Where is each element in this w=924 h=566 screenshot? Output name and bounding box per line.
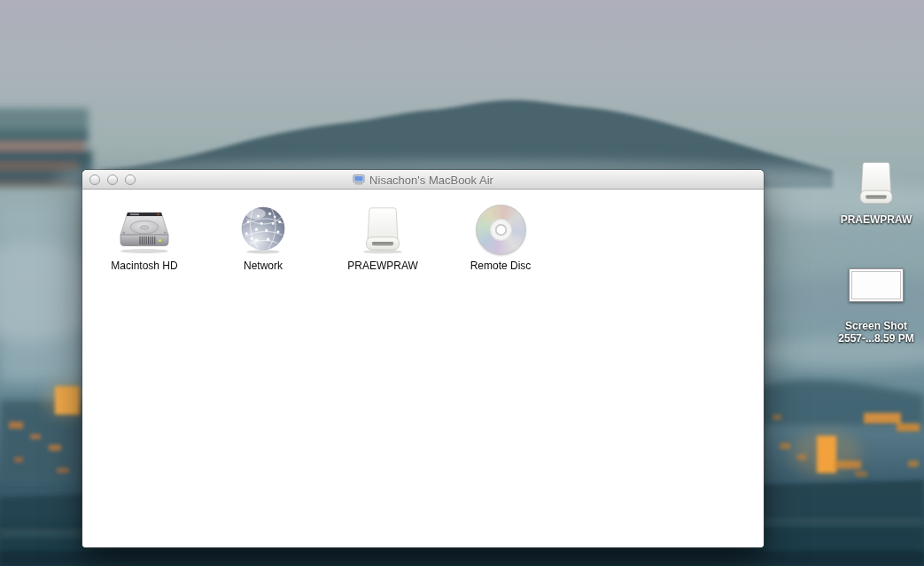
zoom-button[interactable] xyxy=(125,174,136,185)
finder-window: Nisachon's MacBook Air xyxy=(82,170,764,547)
external-drive-icon xyxy=(330,197,436,255)
desktop-icon-screenshot[interactable]: Screen Shot 2557-...8.59 PM xyxy=(827,268,924,345)
volume-remote-disc[interactable]: Remote Disc xyxy=(447,197,554,272)
volume-label: Network xyxy=(210,260,316,272)
window-title: Nisachon's MacBook Air xyxy=(82,170,764,190)
window-content[interactable]: Macintosh HD xyxy=(82,190,764,547)
volume-macintosh-hd[interactable]: Macintosh HD xyxy=(91,197,198,272)
desktop-icon-praewpraw[interactable]: PRAEWPRAW xyxy=(827,159,924,227)
window-title-text: Nisachon's MacBook Air xyxy=(369,174,493,187)
internal-hard-drive-icon xyxy=(91,197,198,255)
network-globe-icon xyxy=(210,197,316,255)
volume-label: Remote Disc xyxy=(447,260,554,272)
window-controls xyxy=(89,174,143,185)
close-button[interactable] xyxy=(89,174,100,185)
volume-praewpraw[interactable]: PRAEWPRAW xyxy=(330,197,436,272)
volume-label: Macintosh HD xyxy=(91,260,198,272)
screenshot-label-line1: Screen Shot xyxy=(827,321,924,333)
computer-icon xyxy=(353,174,365,185)
desktop-icon-label: Screen Shot 2557-...8.59 PM xyxy=(827,321,924,345)
external-drive-icon xyxy=(827,159,924,212)
volume-label: PRAEWPRAW xyxy=(330,260,436,272)
image-thumbnail-icon xyxy=(849,268,904,302)
screenshot-label-line2: 2557-...8.59 PM xyxy=(827,333,924,345)
volume-network[interactable]: Network xyxy=(210,197,316,272)
desktop[interactable]: Nisachon's MacBook Air xyxy=(0,0,924,566)
minimize-button[interactable] xyxy=(107,174,118,185)
window-titlebar[interactable]: Nisachon's MacBook Air xyxy=(82,170,764,190)
desktop-icon-label: PRAEWPRAW xyxy=(827,214,924,227)
optical-disc-icon xyxy=(476,205,526,255)
